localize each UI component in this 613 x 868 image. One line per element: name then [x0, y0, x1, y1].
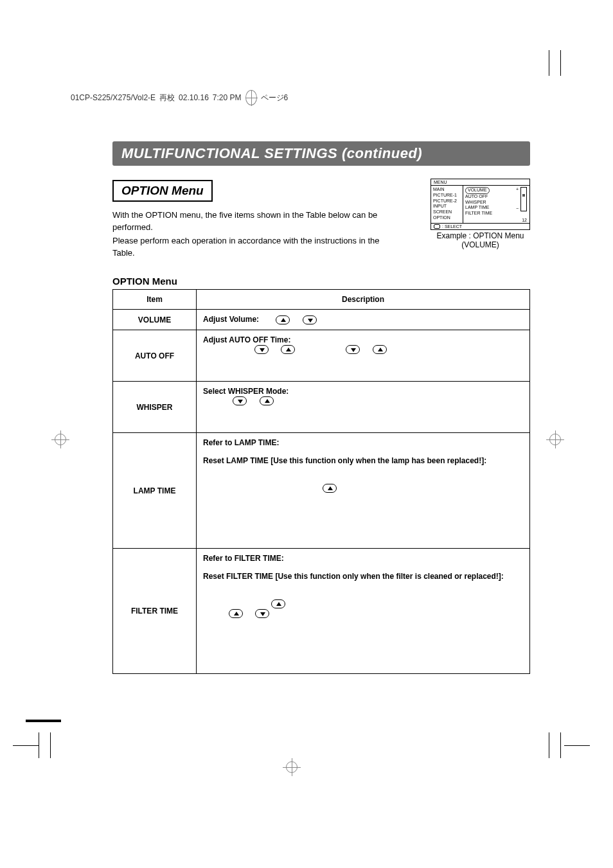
down-button-icon: [255, 609, 269, 618]
down-button-icon: [254, 345, 269, 354]
osd-left-item: OPTION: [433, 215, 461, 221]
table-row: AUTO OFF Adjust AUTO OFF Time:: [113, 330, 530, 382]
osd-plus: +: [516, 187, 519, 191]
cell-desc: Refer to LAMP TIME: Reset LAMP TIME [Use…: [197, 433, 530, 549]
osd-footer-label: : SELECT: [442, 224, 462, 229]
desc-label: Adjust AUTO OFF Time:: [203, 335, 290, 344]
table-header-row: Item Description: [113, 290, 530, 310]
down-button-icon: [233, 396, 247, 405]
desc-label: Select WHISPER Mode:: [203, 387, 289, 396]
desc-label: Refer to FILTER TIME:: [203, 554, 284, 563]
header-file: 01CP-S225/X275/Vol2-E: [71, 93, 155, 102]
table-row: WHISPER Select WHISPER Mode:: [113, 382, 530, 433]
page-title: MULTIFUNCTIONAL SETTINGS (continued): [112, 141, 530, 166]
osd-left-item: MAIN: [433, 187, 461, 193]
intro-paragraph-2: Please perform each operation in accorda…: [112, 235, 389, 260]
down-button-icon: [303, 315, 317, 324]
osd-selected-item: VOLUME: [465, 187, 490, 194]
intro-paragraph-1: With the OPTION menu, the five items sho…: [112, 209, 389, 234]
section-heading: OPTION Menu: [112, 180, 213, 202]
osd-footer: : SELECT: [431, 224, 530, 230]
cell-item: FILTER TIME: [113, 549, 197, 674]
osd-right-column: VOLUME AUTO OFF WHISPER LAMP TIME FILTER…: [463, 186, 502, 223]
osd-example: MENU MAIN PICTURE-1 PICTURE-2 INPUT SCRE…: [431, 179, 530, 250]
osd-right-item: AUTO OFF: [465, 194, 500, 200]
header-page: ページ6: [261, 93, 289, 103]
osd-left-item: PICTURE-1: [433, 193, 461, 199]
th-item: Item: [113, 290, 197, 310]
down-button-icon: [346, 345, 360, 354]
header-kanji: 再校: [159, 93, 175, 103]
table-row: FILTER TIME Refer to FILTER TIME: Reset …: [113, 549, 530, 674]
table-row: VOLUME Adjust Volume:: [113, 310, 530, 330]
desc-label: Refer to LAMP TIME:: [203, 438, 279, 447]
up-button-icon: [323, 484, 337, 493]
header-date: 02.10.16: [179, 93, 209, 102]
table-heading: OPTION Menu: [112, 276, 530, 287]
desc-extra: Reset LAMP TIME [Use this function only …: [203, 456, 486, 465]
osd-caption-line2: (VOLUME): [431, 240, 530, 249]
desc-label: Adjust Volume:: [203, 315, 259, 324]
cell-desc: Adjust Volume:: [197, 310, 530, 330]
osd-minus: −: [516, 206, 519, 211]
cell-desc: Select WHISPER Mode:: [197, 382, 530, 433]
cell-item: LAMP TIME: [113, 433, 197, 549]
osd-value: 12: [522, 218, 527, 222]
osd-right-item: FILTER TIME: [465, 211, 500, 217]
osd-slider: [520, 187, 527, 211]
table-row: LAMP TIME Refer to LAMP TIME: Reset LAMP…: [113, 433, 530, 549]
osd-left-item: INPUT: [433, 204, 461, 209]
osd-title: MENU: [431, 179, 529, 186]
file-header-strip: 01CP-S225/X275/Vol2-E 再校 02.10.16 7:20 P…: [71, 90, 288, 105]
header-time: 7:20 PM: [213, 93, 242, 102]
cell-item: VOLUME: [113, 310, 197, 330]
osd-left-item: SCREEN: [433, 209, 461, 215]
up-button-icon: [260, 396, 274, 405]
registration-icon: [245, 90, 257, 105]
option-table: Item Description VOLUME Adjust Volume: A…: [112, 289, 530, 674]
osd-left-item: PICTURE-2: [433, 199, 461, 204]
cell-desc: Adjust AUTO OFF Time:: [197, 330, 530, 382]
up-button-icon: [276, 315, 290, 324]
cell-item: WHISPER: [113, 382, 197, 433]
cell-desc: Refer to FILTER TIME: Reset FILTER TIME …: [197, 549, 530, 674]
select-icon: [434, 224, 440, 229]
osd-right-item: WHISPER: [465, 200, 500, 206]
cell-item: AUTO OFF: [113, 330, 197, 382]
up-button-icon: [281, 345, 295, 354]
desc-extra: Reset FILTER TIME [Use this function onl…: [203, 572, 504, 581]
osd-caption-line1: Example : OPTION Menu: [431, 231, 530, 240]
osd-right-item: LAMP TIME: [465, 205, 500, 211]
up-button-icon: [229, 609, 243, 618]
osd-left-column: MAIN PICTURE-1 PICTURE-2 INPUT SCREEN OP…: [431, 186, 463, 223]
up-button-icon: [373, 345, 387, 354]
th-desc: Description: [197, 290, 530, 310]
up-button-icon: [271, 599, 285, 608]
